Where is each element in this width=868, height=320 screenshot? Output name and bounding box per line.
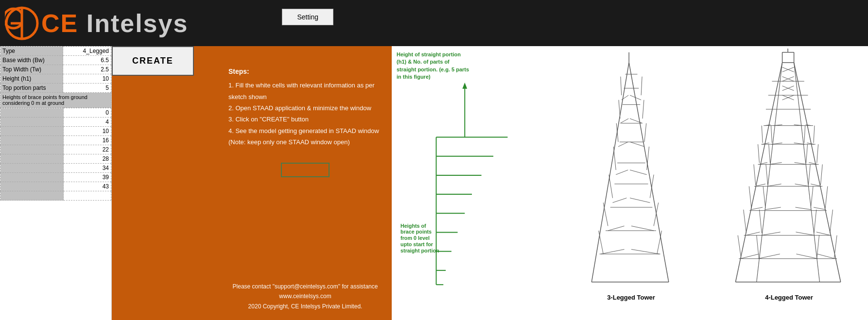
svg-line-108	[769, 163, 781, 165]
svg-line-35	[608, 175, 612, 198]
input-demo-box	[281, 163, 330, 177]
top-width-label: Top Width (Tw)	[0, 65, 63, 74]
footer-line3: 2020 Copyright, CE Intelsys Private Limi…	[228, 302, 382, 311]
svg-line-55	[642, 100, 644, 118]
brace-height-0: 0	[0, 108, 111, 118]
svg-line-50	[630, 170, 647, 175]
brace-height-39: 39	[0, 173, 111, 182]
svg-line-52	[630, 142, 644, 147]
svg-line-122	[806, 144, 807, 163]
svg-line-30	[601, 249, 624, 254]
base-width-row: Base width (Bw)	[0, 56, 111, 65]
base-width-input[interactable]	[65, 57, 109, 64]
base-width-value	[63, 56, 111, 65]
svg-line-117	[795, 207, 811, 210]
top-portion-value	[63, 84, 111, 93]
svg-line-57	[641, 77, 642, 95]
svg-line-40	[620, 118, 628, 123]
svg-line-79	[749, 186, 751, 208]
svg-line-93	[811, 184, 821, 186]
svg-text:Heights of: Heights of	[400, 223, 426, 229]
type-input[interactable]	[65, 48, 109, 54]
svg-line-46	[631, 226, 654, 231]
form-table: Type Base width (Bw) Top Width (Tw) Heig…	[0, 46, 111, 108]
svg-line-27	[591, 63, 629, 282]
svg-marker-4	[462, 83, 467, 89]
brace-height-22: 22	[0, 145, 111, 154]
three-legged-tower-section: 3-Legged Tower	[555, 49, 708, 318]
height-input[interactable]	[65, 75, 109, 82]
step4: 4. See the model getting generated in ST…	[228, 125, 382, 148]
svg-line-31	[598, 231, 603, 254]
svg-line-32	[608, 226, 624, 231]
svg-line-103	[759, 210, 762, 233]
svg-line-87	[817, 254, 835, 259]
footer-line1: Please contact "support@ceintelsys.com" …	[228, 282, 382, 291]
svg-line-109	[768, 144, 770, 163]
type-row: Type	[0, 47, 111, 56]
setting-button[interactable]: Setting	[282, 9, 333, 25]
top-width-row: Top Width (Tw)	[0, 65, 111, 74]
svg-line-43	[620, 77, 621, 95]
steps-title: Steps:	[228, 66, 382, 78]
svg-line-54	[630, 118, 642, 123]
footer-line2: www.ceintelsys.com	[228, 291, 382, 301]
top-portion-input[interactable]	[65, 84, 109, 91]
three-legged-tower-svg	[575, 49, 687, 291]
sketch-section: Height of straight portion (h1) & No. of…	[394, 49, 550, 318]
svg-line-28	[629, 63, 669, 282]
main-content: Type Base width (Bw) Top Width (Tw) Heig…	[0, 46, 868, 320]
create-button-area: CREATE	[112, 46, 194, 76]
height-value	[63, 74, 111, 84]
svg-line-75	[738, 236, 741, 259]
svg-line-114	[816, 236, 819, 259]
step1: 1. Fill the white cells with relevant in…	[228, 80, 382, 102]
svg-line-120	[808, 164, 810, 185]
svg-line-121	[794, 163, 806, 165]
brace-height-empty	[0, 191, 111, 201]
top-width-value	[63, 65, 111, 74]
step2: 2. Open STAAD application & minimize the…	[228, 102, 382, 114]
svg-line-88	[834, 236, 837, 259]
four-legged-tower-label: 4-Legged Tower	[765, 294, 813, 301]
svg-text:straight portion: straight portion	[400, 248, 439, 253]
sketch-svg: Heights of brace points from 0 level upt…	[397, 80, 547, 313]
svg-line-119	[795, 184, 809, 186]
top-width-input[interactable]	[65, 66, 109, 73]
svg-line-44	[631, 249, 660, 254]
right-panel: Height of straight portion (h1) & No. of…	[392, 46, 868, 320]
three-legged-tower-label: 3-Legged Tower	[607, 294, 655, 301]
brace-height-4: 4	[0, 118, 111, 127]
svg-text:upto start for: upto start for	[400, 241, 434, 247]
svg-line-42	[621, 95, 628, 100]
type-label: Type	[0, 47, 63, 56]
svg-line-41	[619, 100, 620, 118]
sketch-top-label: Height of straight portion (h1) & No. of…	[397, 51, 469, 81]
svg-line-92	[825, 186, 828, 208]
svg-line-101	[756, 236, 759, 259]
svg-line-105	[763, 186, 765, 208]
svg-line-83	[758, 144, 759, 163]
svg-line-80	[755, 184, 765, 186]
svg-line-106	[767, 184, 781, 186]
svg-line-102	[761, 232, 780, 236]
svg-line-82	[759, 163, 767, 165]
logo-rest: Intelsys	[78, 9, 188, 37]
svg-line-34	[612, 198, 626, 203]
svg-line-124	[804, 126, 805, 143]
create-button[interactable]: CREATE	[112, 46, 194, 76]
center-area: CREATE Steps: 1. Fill the white cells wi…	[112, 46, 392, 320]
svg-line-118	[811, 186, 813, 208]
input-demo-area	[228, 153, 382, 177]
svg-line-89	[816, 232, 830, 236]
svg-line-95	[809, 163, 817, 165]
svg-line-36	[616, 170, 628, 175]
svg-line-76	[746, 232, 760, 236]
logo-ce: CE	[41, 9, 78, 37]
footer-text: Please contact "support@ceintelsys.com" …	[228, 282, 382, 315]
svg-line-100	[758, 254, 780, 259]
svg-line-85	[762, 126, 763, 143]
svg-line-37	[613, 147, 616, 170]
svg-text:from 0 level: from 0 level	[400, 235, 430, 241]
logo-text: CE Intelsys	[41, 9, 188, 38]
